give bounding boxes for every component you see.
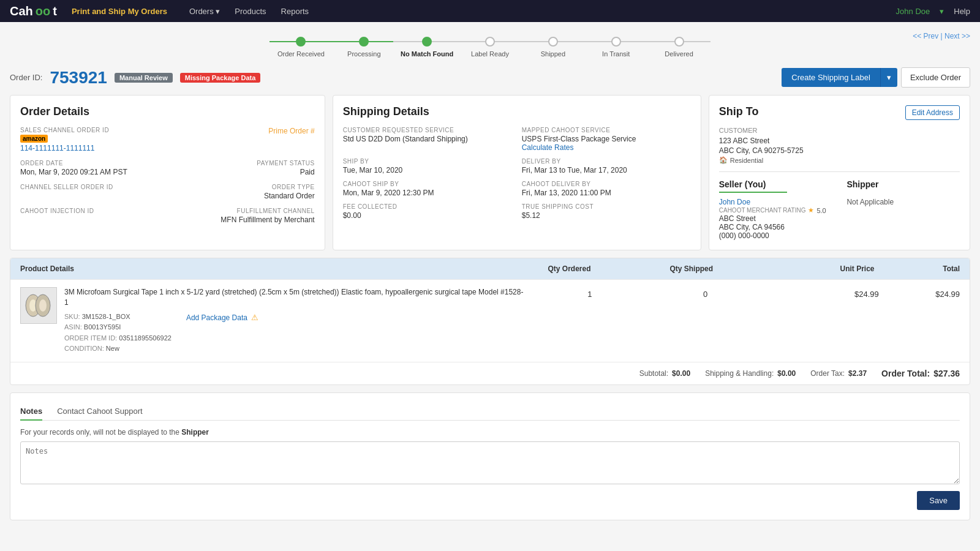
create-label-dropdown-button[interactable]: ▾ bbox=[880, 68, 897, 87]
shipper-col: Shipper Not Applicable bbox=[846, 179, 960, 240]
order-item-label: ORDER ITEM ID: bbox=[64, 334, 117, 342]
product-image-svg bbox=[23, 290, 54, 321]
step-label-6: In Transit bbox=[602, 50, 630, 58]
tax-value: $2.37 bbox=[848, 369, 867, 378]
qty-shipped-value: 0 bbox=[647, 287, 763, 299]
cahoot-ship-by-label: CAHOOT SHIP BY bbox=[343, 181, 512, 187]
deliver-by-value: Fri, Mar 13 to Tue, Mar 17, 2020 bbox=[522, 166, 691, 174]
add-package-link[interactable]: Add Package Data bbox=[186, 313, 247, 322]
brand-t: t bbox=[53, 4, 57, 18]
step-shipped: Shipped bbox=[521, 37, 584, 58]
nav-links: Orders ▾ Products Reports bbox=[187, 2, 311, 21]
step-dot-3 bbox=[422, 37, 432, 47]
step-dot-6 bbox=[611, 37, 621, 47]
total-value: $24.99 bbox=[879, 287, 960, 299]
notes-textarea[interactable] bbox=[20, 441, 960, 484]
shipper-value: Not Applicable bbox=[846, 198, 960, 206]
nav-products[interactable]: Products bbox=[232, 2, 268, 21]
order-totals: Subtotal: $0.00 Shipping & Handling: $0.… bbox=[10, 362, 970, 384]
warning-icon: ⚠ bbox=[251, 313, 258, 322]
seller-city-state: ABC City, CA 94566 bbox=[719, 223, 832, 231]
star-icon: ★ bbox=[808, 206, 814, 214]
order-id-value: 753921 bbox=[50, 68, 107, 88]
step-dot-1 bbox=[296, 37, 306, 47]
nav-right: John Doe ▾ Help bbox=[896, 7, 970, 16]
customer-service-label: CUSTOMER REQUESTED SERVICE bbox=[343, 127, 512, 133]
order-actions: Create Shipping Label ▾ Exclude Order bbox=[782, 67, 970, 88]
order-details-card: Order Details SALES CHANNEL ORDER ID ama… bbox=[10, 95, 325, 250]
product-image bbox=[20, 287, 57, 324]
step-order-received: Order Received bbox=[270, 37, 333, 58]
navbar: Cahoot Print and Ship My Orders Orders ▾… bbox=[0, 0, 980, 22]
fulfillment-col: FULFILLMENT CHANNEL MFN Fulfillment by M… bbox=[167, 208, 314, 224]
unit-price-value: $24.99 bbox=[763, 287, 879, 299]
subtotal-item: Subtotal: $0.00 bbox=[639, 369, 690, 378]
main-content: << Prev | Next >> Order Received Process… bbox=[0, 22, 980, 551]
shipping-handling-value: $0.00 bbox=[777, 369, 796, 378]
step-in-transit: In Transit bbox=[584, 37, 647, 58]
shipping-details-title: Shipping Details bbox=[343, 105, 691, 118]
channel-seller-col: CHANNEL SELLER ORDER ID bbox=[20, 184, 167, 200]
channel-seller-row: CHANNEL SELLER ORDER ID ORDER TYPE Stand… bbox=[20, 184, 315, 200]
order-date-value: Mon, Mar 9, 2020 09:21 AM PST bbox=[20, 168, 167, 176]
edit-address-button[interactable]: Edit Address bbox=[905, 105, 960, 120]
nav-orders[interactable]: Orders ▾ bbox=[187, 2, 222, 21]
order-type-value: Standard Order bbox=[167, 192, 314, 200]
step-processing: Processing bbox=[333, 37, 396, 58]
shipping-handling-label: Shipping & Handling: bbox=[705, 369, 774, 378]
order-total-item: Order Total: $27.36 bbox=[881, 369, 960, 378]
tab-notes[interactable]: Notes bbox=[20, 403, 42, 421]
create-shipping-label-button[interactable]: Create Shipping Label bbox=[782, 68, 880, 87]
rating-label: CAHOOT MERCHANT RATING bbox=[719, 207, 806, 214]
progress-nav: << Prev | Next >> bbox=[913, 32, 970, 40]
injection-row: CAHOOT INJECTION ID FULFILLMENT CHANNEL … bbox=[20, 208, 315, 224]
sales-channel-id[interactable]: 114-1111111-1111111 bbox=[20, 144, 167, 152]
save-button[interactable]: Save bbox=[917, 491, 960, 510]
injection-col: CAHOOT INJECTION ID bbox=[20, 208, 167, 224]
nav-reports[interactable]: Reports bbox=[279, 2, 312, 21]
sales-channel-label: SALES CHANNEL ORDER ID bbox=[20, 127, 167, 133]
cahoot-ship-by-field: CAHOOT SHIP BY Mon, Mar 9, 2020 12:30 PM bbox=[343, 181, 512, 197]
deliver-by-field: DELIVER BY Fri, Mar 13 to Tue, Mar 17, 2… bbox=[522, 158, 691, 174]
ship-by-value: Tue, Mar 10, 2020 bbox=[343, 166, 512, 174]
cards-row: Order Details SALES CHANNEL ORDER ID ama… bbox=[10, 95, 970, 250]
step-label-4: Label Ready bbox=[471, 50, 509, 58]
notes-hint: For your records only, will not be displ… bbox=[20, 428, 960, 437]
col-header-qty-shipped: Qty Shipped bbox=[630, 264, 752, 273]
order-details-title: Order Details bbox=[20, 105, 315, 118]
cahoot-deliver-by-field: CAHOOT DELIVER BY Fri, Mar 13, 2020 11:0… bbox=[522, 181, 691, 197]
fee-collected-value: $0.00 bbox=[343, 211, 512, 220]
step-label-7: Delivered bbox=[665, 50, 693, 58]
residential-indicator: 🏠 Residential bbox=[719, 156, 960, 164]
mapped-service-field: MAPPED CAHOOT SERVICE USPS First-Class P… bbox=[522, 127, 691, 152]
subtotal-label: Subtotal: bbox=[639, 369, 668, 378]
seller-title: Seller (You) bbox=[719, 179, 832, 189]
notes-section: Notes Contact Cahoot Support For your re… bbox=[10, 392, 970, 520]
order-total-label: Order Total: bbox=[881, 369, 930, 378]
payment-status-col: PAYMENT STATUS Paid bbox=[167, 160, 314, 176]
sku-label: SKU: bbox=[64, 313, 80, 320]
nav-help[interactable]: Help bbox=[954, 7, 970, 16]
order-date-row: ORDER DATE Mon, Mar 9, 2020 09:21 AM PST… bbox=[20, 160, 315, 176]
col-header-unit-price: Unit Price bbox=[752, 264, 874, 273]
true-shipping-label: TRUE SHIPPING COST bbox=[522, 203, 691, 210]
seller-col: Seller (You) John Doe CAHOOT MERCHANT RA… bbox=[719, 179, 832, 240]
step-dot-2 bbox=[359, 37, 369, 47]
customer-section-label: Customer bbox=[719, 127, 960, 134]
notes-hint-text: For your records only, will not be displ… bbox=[20, 428, 179, 437]
calculate-rates-link[interactable]: Calculate Rates bbox=[522, 143, 691, 152]
col-header-qty-ordered: Qty Ordered bbox=[508, 264, 630, 273]
exclude-order-button[interactable]: Exclude Order bbox=[901, 67, 970, 88]
step-label-1: Order Received bbox=[277, 50, 325, 58]
prev-link[interactable]: << Prev bbox=[913, 32, 938, 40]
order-header: Order ID: 753921 Manual Review Missing P… bbox=[10, 62, 970, 92]
notes-footer: Save bbox=[20, 491, 960, 510]
seller-address1: ABC Street bbox=[719, 214, 832, 223]
nav-user[interactable]: John Doe bbox=[896, 7, 930, 16]
shipping-details-card: Shipping Details CUSTOMER REQUESTED SERV… bbox=[333, 95, 701, 250]
fulfillment-value: MFN Fulfillment by Merchant bbox=[167, 216, 314, 224]
true-shipping-value: $5.12 bbox=[522, 211, 691, 220]
next-link[interactable]: Next >> bbox=[944, 32, 970, 40]
tab-contact-support[interactable]: Contact Cahoot Support bbox=[57, 403, 142, 420]
badge-manual-review: Manual Review bbox=[115, 73, 173, 83]
